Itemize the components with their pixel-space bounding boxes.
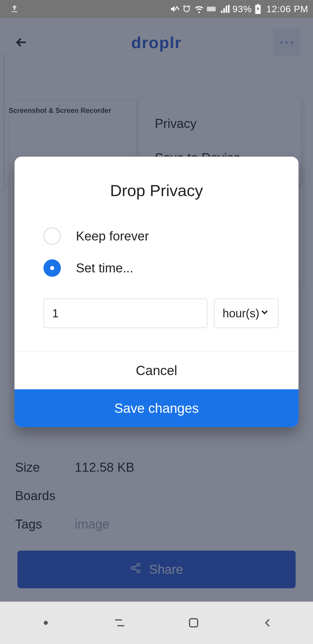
alarm-icon [182,4,191,14]
modal-title: Drop Privacy [14,157,299,220]
mute-vibrate-icon [170,4,179,14]
radio-icon [43,227,61,245]
nav-indicator [9,602,83,644]
drop-privacy-modal: Drop Privacy Keep forever Set time... ho… [14,157,299,427]
radio-label: Keep forever [76,229,149,243]
cell-signal-icon [220,4,230,14]
time-unit-select[interactable]: hour(s) [214,299,279,328]
svg-rect-2 [257,4,259,6]
status-bar: 93% 12:06 PM [0,0,313,18]
nav-home-button[interactable] [156,602,230,644]
cancel-button[interactable]: Cancel [14,352,299,389]
svg-rect-6 [190,619,198,627]
radio-label: Set time... [76,261,133,275]
save-changes-button[interactable]: Save changes [14,389,299,427]
battery-percent: 93% [232,4,252,15]
svg-rect-0 [207,7,216,11]
recents-icon [113,616,127,630]
radio-keep-forever[interactable]: Keep forever [43,220,270,252]
radio-icon [43,259,61,277]
status-clock: 12:06 PM [266,4,308,15]
back-icon [261,616,274,630]
network-extra-icon [207,5,217,13]
radio-set-time[interactable]: Set time... [43,252,270,284]
wifi-icon [194,4,204,14]
upload-icon [10,4,19,14]
system-nav-bar [0,602,313,644]
nav-back-button[interactable] [230,602,304,644]
home-icon [187,616,201,630]
time-amount-input[interactable] [43,299,208,328]
chevron-down-icon [259,307,270,320]
nav-recents-button[interactable] [83,602,156,644]
battery-charging-icon [255,4,261,14]
time-unit-value: hour(s) [223,307,259,320]
